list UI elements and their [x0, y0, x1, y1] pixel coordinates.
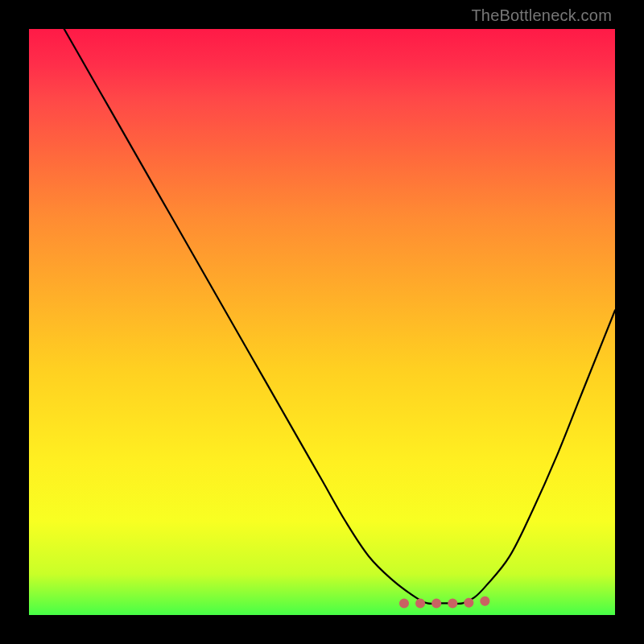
watermark-text: TheBottleneck.com	[471, 6, 612, 25]
